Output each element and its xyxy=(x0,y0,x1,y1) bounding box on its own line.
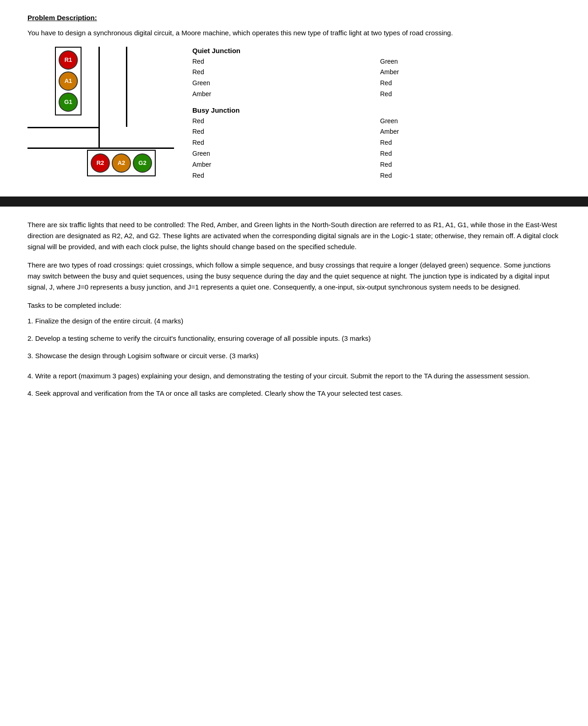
quiet-junction-table: RedGreen RedAmber GreenRed AmberRed xyxy=(192,56,561,100)
body-paragraph-2: There are two types of road crossings: q… xyxy=(27,260,561,293)
main-text-section: There are six traffic lights that need t… xyxy=(27,219,561,399)
ew-light-box: R2 A2 G2 xyxy=(87,150,156,176)
bj-ns-5: Amber xyxy=(192,159,373,170)
qj-ns-1: Red xyxy=(192,56,373,67)
bj-ns-4: Green xyxy=(192,148,373,159)
busy-junction-table: RedGreen RedAmber RedRed GreenRed AmberR… xyxy=(192,116,561,181)
task-4: 4. Write a report (maximum 3 pages) expl… xyxy=(27,371,561,382)
problem-title: Problem Description: xyxy=(27,14,561,22)
qj-ew-4: Red xyxy=(380,89,561,100)
bj-ew-4: Red xyxy=(380,148,561,159)
task-1: 1. Finalize the design of the entire cir… xyxy=(27,316,561,327)
qj-ns-2: Red xyxy=(192,67,373,78)
a2-light: A2 xyxy=(112,153,131,173)
separator-bar xyxy=(0,197,588,207)
bj-ew-6: Red xyxy=(380,170,561,181)
r2-light: R2 xyxy=(91,153,110,173)
bj-ns-6: Red xyxy=(192,170,373,181)
qj-ns-4: Amber xyxy=(192,89,373,100)
task-5: 4. Seek approval and verification from t… xyxy=(27,388,561,399)
g1-light: G1 xyxy=(59,93,78,112)
bj-ew-1: Green xyxy=(380,116,561,127)
bj-ns-3: Red xyxy=(192,137,373,148)
qj-ns-3: Green xyxy=(192,78,373,89)
task-2: 2. Develop a testing scheme to verify th… xyxy=(27,333,561,344)
bj-ew-3: Red xyxy=(380,137,561,148)
body-paragraph-1: There are six traffic lights that need t… xyxy=(27,219,561,252)
intro-paragraph: You have to design a synchronous digital… xyxy=(27,28,561,38)
diagram-section: R1 A1 G1 R2 A2 G2 Quiet Junction RedG xyxy=(27,47,561,188)
road-line-h-top xyxy=(27,127,98,128)
bj-ns-1: Red xyxy=(192,116,373,127)
junction-info: Quiet Junction RedGreen RedAmber GreenRe… xyxy=(192,47,561,188)
quiet-junction-section: Quiet Junction RedGreen RedAmber GreenRe… xyxy=(192,47,561,100)
qj-ew-3: Red xyxy=(380,78,561,89)
qj-ew-2: Amber xyxy=(380,67,561,78)
quiet-junction-title: Quiet Junction xyxy=(192,47,561,55)
r1-light: R1 xyxy=(59,50,78,70)
bj-ew-2: Amber xyxy=(380,126,561,137)
a1-light: A1 xyxy=(59,71,78,91)
road-line-v-right2 xyxy=(126,47,127,127)
bj-ew-5: Red xyxy=(380,159,561,170)
busy-junction-section: Busy Junction RedGreen RedAmber RedRed G… xyxy=(192,106,561,181)
g2-light: G2 xyxy=(133,153,152,173)
task-3: 3. Showcase the design through Logisim s… xyxy=(27,350,561,361)
bj-ns-2: Red xyxy=(192,126,373,137)
road-line-v-right xyxy=(98,47,100,147)
tasks-intro: Tasks to be completed include: xyxy=(27,300,561,311)
busy-junction-title: Busy Junction xyxy=(192,106,561,114)
traffic-diagram: R1 A1 G1 R2 A2 G2 xyxy=(27,47,174,184)
road-line-h-bottom xyxy=(27,147,174,149)
qj-ew-1: Green xyxy=(380,56,561,67)
ns-light-box: R1 A1 G1 xyxy=(55,47,82,115)
